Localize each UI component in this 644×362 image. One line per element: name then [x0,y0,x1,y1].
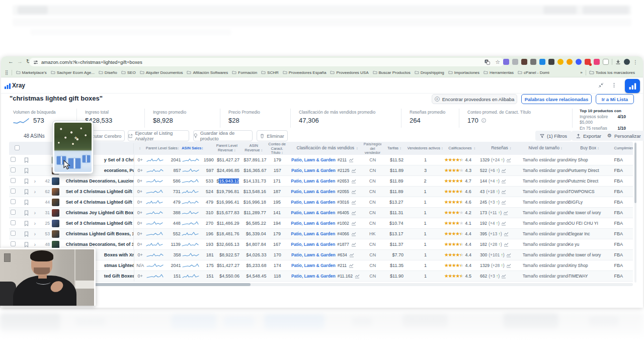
product-title[interactable]: Christmas Lighted Gift Boxes, 140 LEDs..… [62,229,134,239]
trend-chart-icon[interactable] [506,253,511,257]
customize-button[interactable]: ⚙ Personalizar [603,131,644,141]
extension-icon[interactable] [512,59,518,65]
product-title[interactable]: Set of 3 Christmas Lighted Gift Boxes wi… [62,187,134,197]
select-all-checkbox[interactable] [15,145,20,150]
product-thumbnail[interactable] [52,220,59,227]
trend-chart-icon[interactable] [349,253,354,257]
category-link[interactable]: Patio, Lawn & Garden [291,178,335,184]
bookmark-icon[interactable] [24,200,29,205]
bookmarks-overflow-chevron[interactable]: » [580,70,582,75]
trend-chart-icon[interactable] [504,242,509,247]
category-link[interactable]: Patio, Lawn & Garden [291,263,336,268]
horizontal-scrollbar-thumb[interactable] [85,283,251,286]
bookmark-folder[interactable]: Sachper Ecom Age... [51,70,95,75]
trend-chart-icon[interactable] [351,190,356,194]
profile-avatar[interactable] [624,59,630,65]
product-thumbnail[interactable] [52,188,59,196]
trend-chart-icon[interactable] [506,263,511,268]
table-row[interactable]: › 31 Christmas Joy Lighted Gift Boxes...… [9,208,633,218]
table-row[interactable]: stmas Lighted Gift... N/A 2041 175 $51,4… [9,260,633,271]
row-checkbox[interactable] [11,210,16,215]
trend-chart-icon[interactable] [351,200,356,205]
expand-chevron-icon[interactable]: › [34,231,40,236]
product-thumbnail[interactable] [52,230,59,238]
row-checkbox[interactable] [11,189,16,194]
table-row[interactable]: ted Gift Boxes... 0+ 151 151 $4,550.06 $… [9,271,633,282]
expand-chevron-icon[interactable]: › [34,242,40,247]
extension-icon[interactable] [557,59,564,65]
collapse-icon[interactable] [598,82,604,88]
table-row[interactable]: y Set of 3 Christmas Lighted... 0+ 2041 … [9,155,633,165]
category-link[interactable]: Patio, Lawn & Garden [291,210,335,215]
header-parent-level-revenue[interactable]: Parent Level Revenue ↕ [214,144,241,152]
add-to-my-list-button[interactable]: Ir a Mi Lista [596,94,634,104]
expand-chevron-icon[interactable]: › [34,210,40,215]
bookmark-folder[interactable]: Dropshipping [415,70,444,75]
bookmark-folder[interactable]: Diseño [99,70,117,75]
bookmark-folder[interactable]: Alquiler Documentos [140,70,183,75]
extension-icon[interactable] [548,59,554,65]
find-alibaba-suppliers-button[interactable]: a Encontrar proveedores en Alibaba [432,94,517,104]
bookmark-folder[interactable]: cPanel - Dominios [518,70,549,75]
trend-chart-icon[interactable] [501,200,506,205]
category-link[interactable]: Patio, Lawn & Garden [291,200,335,205]
row-checkbox[interactable] [11,199,16,204]
category-link[interactable]: Patio, Lawn & Garden [291,157,336,162]
bookmark-folder[interactable]: Afiliación Softwares [187,70,228,75]
extension-icon[interactable] [594,59,600,65]
product-thumbnail[interactable] [52,241,59,248]
trend-chart-icon[interactable] [501,190,506,194]
run-listing-analyzer-button[interactable]: Ejecutar el Listing Analyzer [128,130,189,141]
settings-dots-icon[interactable] [611,82,617,88]
bookmark-icon[interactable] [24,210,29,216]
trend-chart-icon[interactable] [503,211,508,215]
product-thumbnail[interactable] [52,209,59,217]
trend-chart-icon[interactable] [501,168,506,173]
row-checkbox[interactable] [11,220,16,225]
bookmark-icon[interactable] [24,231,29,237]
all-bookmarks-folder[interactable]: Todos los marcadores [589,70,635,75]
header-parent-level-sales[interactable]: Parent Level Sales ↕ [146,146,182,151]
header-seller-country[interactable]: País/región del vendedor ↕ [364,142,382,154]
trend-chart-icon[interactable] [501,179,506,184]
translate-icon[interactable]: A [485,59,490,65]
product-title[interactable]: Set of 3 Christmas Lighted Gift Boxes, P… [62,218,134,229]
trend-chart-icon[interactable] [506,158,511,162]
browser-menu-icon[interactable]: ⋮ [633,59,638,65]
delete-button[interactable]: Eliminar [257,130,288,141]
category-link[interactable]: Patio, Lawn & Garden [291,252,336,257]
bookmark-star-icon[interactable]: ☆ [495,59,500,65]
bookmark-icon[interactable] [24,221,29,226]
expand-chevron-icon[interactable]: › [34,178,40,184]
horizontal-scrollbar[interactable] [9,283,633,286]
table-row[interactable]: › 62 Set of 3 Christmas Lighted Gift Box… [9,187,633,197]
bookmark-folder[interactable]: SEO [121,70,136,75]
category-link[interactable]: Patio, Lawn & Garden [291,221,335,226]
trend-chart-icon[interactable] [351,168,356,173]
table-row[interactable]: Boxes with Xmas... 0+ 358 181 $8,922.57 … [9,250,633,260]
row-checkbox[interactable] [11,178,16,183]
trend-chart-icon[interactable] [351,211,356,215]
row-checkbox[interactable] [11,157,16,162]
header-title-char-count[interactable]: Conteo de Caract. Título ↕ [268,142,286,154]
bookmark-icon[interactable] [24,168,29,173]
extension-icon[interactable] [603,59,609,65]
bookmark-folder[interactable]: Importaciones [448,70,479,75]
vertical-scrollbar-thumb[interactable] [634,143,636,203]
product-title[interactable]: Christmas Joy Lighted Gift Boxes... [62,208,134,218]
trend-chart-icon[interactable] [351,179,356,184]
back-icon[interactable]: ← [8,58,14,64]
trend-chart-icon[interactable] [351,221,356,226]
expand-chevron-icon[interactable]: › [34,221,40,226]
extension-icon[interactable] [567,59,573,65]
extension-icon[interactable] [503,59,509,65]
extension-icon[interactable] [539,59,545,65]
table-row[interactable]: › 48 Christmas Decorations, Set of 3 Chr… [9,239,633,250]
bookmark-folder[interactable]: Proveedores USA [330,70,368,75]
extension-icon[interactable] [521,59,527,65]
downloads-icon[interactable] [615,59,621,65]
trend-chart-icon[interactable] [504,232,509,236]
row-checkbox[interactable] [11,241,16,246]
trend-chart-icon[interactable] [349,263,354,268]
trend-chart-icon[interactable] [351,232,356,236]
